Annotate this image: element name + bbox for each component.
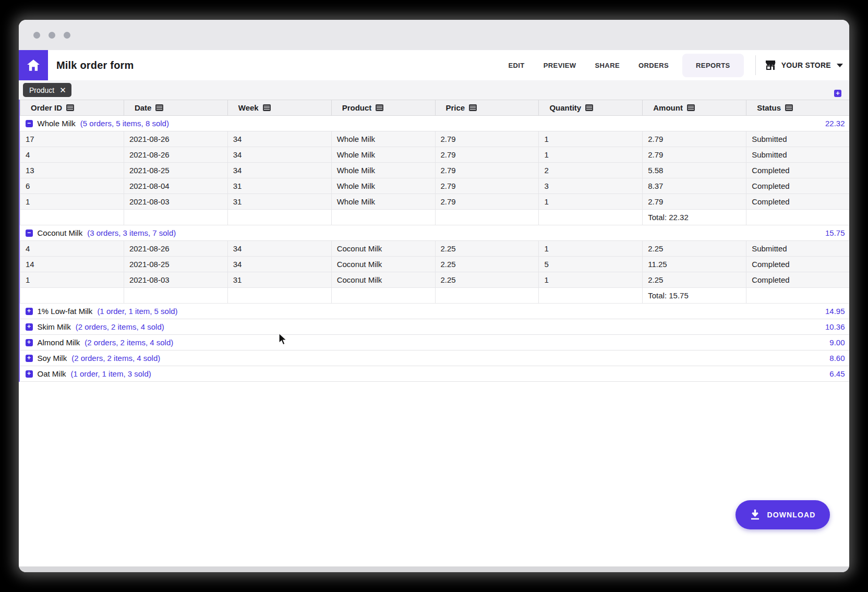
window-controls	[33, 32, 70, 39]
collapse-group-icon[interactable]: −	[26, 229, 33, 237]
table-cell: 31	[227, 194, 331, 210]
nav-item-orders[interactable]: ORDERS	[638, 62, 669, 69]
table-cell: 2021-08-26	[124, 131, 227, 147]
table-cell: 3	[539, 178, 643, 194]
group-row-soy-milk[interactable]: +Soy Milk(2 orders, 2 items, 4 sold)8.60	[20, 351, 850, 366]
filter-bar: Product ✕ +	[19, 80, 849, 100]
table-row: 62021-08-0431Whole Milk2.7938.37Complete…	[20, 178, 850, 194]
table-cell: 1	[539, 194, 643, 210]
table-cell: 1	[20, 272, 124, 288]
table-cell: 8.37	[643, 178, 746, 194]
table-cell: 2021-08-03	[124, 272, 227, 288]
group-summary: (2 orders, 2 items, 4 sold)	[76, 322, 164, 331]
table-cell: Submitted	[746, 241, 849, 257]
table-row: 12021-08-0331Coconut Milk2.2512.25Comple…	[20, 272, 850, 288]
table-cell: Whole Milk	[331, 178, 435, 194]
group-sum: 22.32	[746, 116, 849, 131]
table-cell: 2021-08-25	[124, 163, 227, 178]
table-cell: 2.25	[643, 272, 746, 288]
window-close-button[interactable]	[33, 32, 40, 39]
column-header-status[interactable]: Status	[746, 100, 849, 116]
group-total-label: Total: 15.75	[643, 288, 746, 304]
column-label: Product	[342, 103, 372, 112]
table-cell: 2.79	[435, 178, 539, 194]
column-header-product[interactable]: Product	[331, 100, 435, 116]
nav-item-reports[interactable]: REPORTS	[682, 54, 744, 77]
expand-group-icon[interactable]: +	[26, 308, 33, 315]
table-row: 142021-08-2534Coconut Milk2.25511.25Comp…	[20, 257, 850, 272]
nav-item-edit[interactable]: EDIT	[509, 62, 525, 69]
column-menu-icon[interactable]	[785, 104, 793, 111]
collapse-group-icon[interactable]: −	[26, 120, 33, 127]
column-header-amount[interactable]: Amount	[643, 100, 746, 116]
table-cell: 2.79	[435, 131, 539, 147]
table-cell: 2021-08-25	[124, 257, 227, 272]
group-row-oat-milk[interactable]: +Oat Milk(1 order, 1 item, 3 sold)6.45	[20, 366, 850, 382]
column-menu-icon[interactable]	[469, 104, 477, 111]
nav-item-share[interactable]: SHARE	[595, 62, 620, 69]
column-menu-icon[interactable]	[585, 104, 593, 111]
table-cell: 4	[20, 241, 124, 257]
group-row-almond-milk[interactable]: +Almond Milk(2 orders, 2 items, 4 sold)9…	[20, 335, 850, 351]
table-cell: Submitted	[746, 147, 849, 163]
window-bottom-edge	[19, 566, 849, 572]
column-menu-icon[interactable]	[263, 104, 271, 111]
group-row-skim-milk[interactable]: +Skim Milk(2 orders, 2 items, 4 sold)10.…	[20, 319, 850, 335]
expand-group-icon[interactable]: +	[26, 370, 33, 378]
table-cell: 2.25	[435, 257, 539, 272]
table-cell: 2.79	[435, 194, 539, 210]
add-filter-button[interactable]: +	[834, 90, 841, 97]
group-name: Almond Milk	[38, 338, 80, 347]
group-sum: 14.95	[746, 304, 849, 319]
nav-item-preview[interactable]: PREVIEW	[544, 62, 576, 69]
filter-chip-product[interactable]: Product ✕	[23, 83, 71, 97]
store-menu-button[interactable]: YOUR STORE	[764, 59, 843, 71]
empty-cell	[20, 288, 124, 304]
column-label: Quantity	[549, 103, 581, 112]
download-button[interactable]: DOWNLOAD	[736, 500, 830, 529]
column-menu-icon[interactable]	[66, 104, 74, 111]
table-cell: Completed	[746, 163, 849, 178]
group-name: Whole Milk	[38, 119, 76, 128]
column-header-week[interactable]: Week	[227, 100, 331, 116]
window-zoom-button[interactable]	[64, 32, 70, 39]
table-cell: 34	[227, 257, 331, 272]
table-cell: 1	[539, 241, 643, 257]
column-menu-icon[interactable]	[155, 104, 163, 111]
home-button[interactable]	[19, 50, 48, 80]
expand-group-icon[interactable]: +	[26, 355, 33, 362]
group-row-whole-milk[interactable]: −Whole Milk(5 orders, 5 items, 8 sold)22…	[20, 116, 850, 131]
table-cell: 2.25	[643, 241, 746, 257]
report-table-wrap: Order IDDateWeekProductPriceQuantityAmou…	[19, 100, 849, 382]
column-header-price[interactable]: Price	[435, 100, 539, 116]
column-header-date[interactable]: Date	[124, 100, 227, 116]
group-row-1-low-fat-milk[interactable]: +1% Low-fat Milk(1 order, 1 item, 5 sold…	[20, 304, 850, 319]
column-label: Date	[135, 103, 152, 112]
column-header-quantity[interactable]: Quantity	[539, 100, 643, 116]
expand-group-icon[interactable]: +	[26, 339, 33, 346]
group-sum: 15.75	[746, 225, 849, 241]
table-cell: 2.79	[643, 131, 746, 147]
table-cell: 2.79	[435, 147, 539, 163]
empty-cell	[435, 210, 539, 225]
remove-filter-icon[interactable]: ✕	[59, 86, 66, 94]
table-cell: Completed	[746, 272, 849, 288]
column-label: Order ID	[31, 103, 62, 112]
expand-group-icon[interactable]: +	[26, 323, 33, 331]
column-menu-icon[interactable]	[376, 104, 383, 111]
window-minimize-button[interactable]	[49, 32, 55, 39]
group-row-coconut-milk[interactable]: −Coconut Milk(3 orders, 3 items, 7 sold)…	[20, 225, 850, 241]
group-name: Coconut Milk	[38, 228, 83, 237]
group-sum: 10.36	[746, 319, 849, 335]
column-label: Status	[757, 103, 781, 112]
table-cell: 14	[20, 257, 124, 272]
empty-cell	[331, 288, 435, 304]
column-header-order-id[interactable]: Order ID	[20, 100, 124, 116]
table-cell: 34	[227, 147, 331, 163]
table-cell: 1	[539, 272, 643, 288]
table-cell: 2.79	[643, 194, 746, 210]
column-menu-icon[interactable]	[687, 104, 695, 111]
column-label: Price	[446, 103, 465, 112]
empty-cell	[746, 210, 849, 225]
table-cell: Whole Milk	[331, 147, 435, 163]
